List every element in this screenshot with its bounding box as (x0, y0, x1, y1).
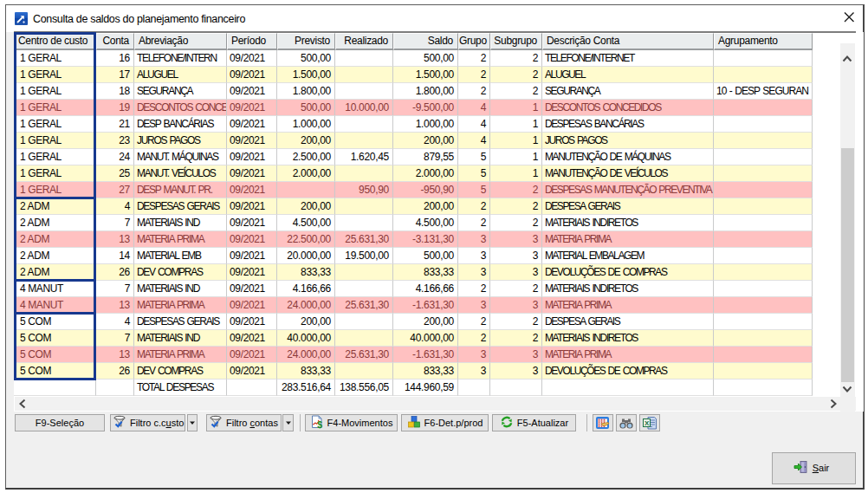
svg-text:$: $ (317, 419, 322, 429)
svg-text:X: X (645, 419, 650, 427)
